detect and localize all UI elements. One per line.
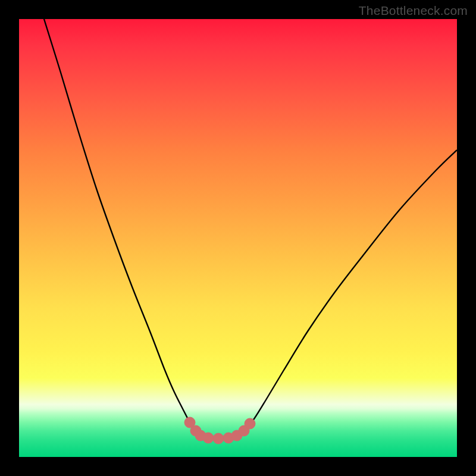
curve-marker bbox=[213, 433, 224, 444]
watermark-text: TheBottleneck.com bbox=[359, 4, 468, 18]
curve-marker bbox=[245, 418, 255, 429]
plot-area bbox=[19, 19, 457, 457]
curve-marker bbox=[203, 433, 214, 443]
curve-markers bbox=[184, 417, 255, 444]
bottleneck-curve-svg bbox=[19, 19, 457, 457]
bottleneck-curve bbox=[44, 19, 457, 439]
chart-frame: TheBottleneck.com bbox=[0, 0, 476, 476]
